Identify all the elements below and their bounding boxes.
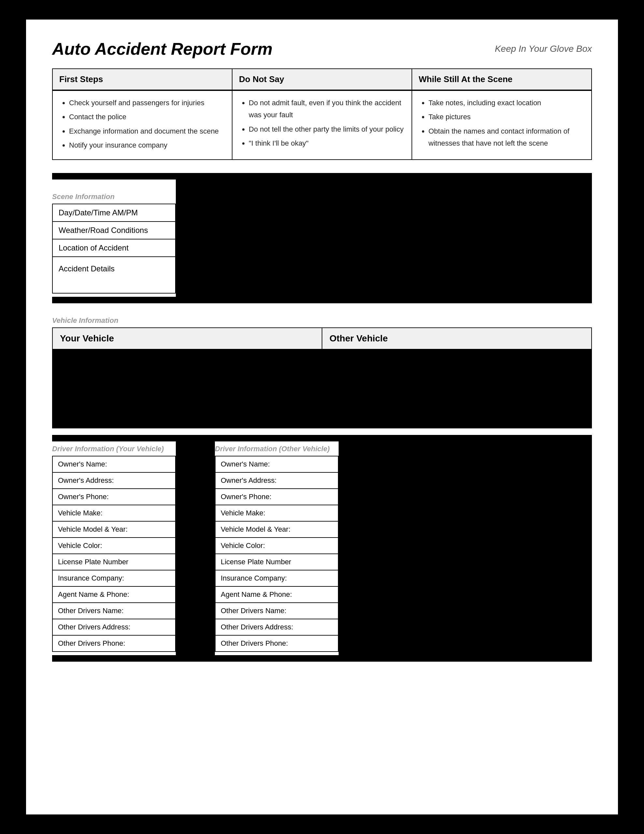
driver-info-right-black [352,441,592,655]
scene-section: Scene Information Day/Date/Time AM/PM We… [52,173,592,303]
table-row: License Plate Number [215,554,338,570]
your-driver-info-label: Driver Information (Your Vehicle) [52,445,176,453]
page-title: Auto Accident Report Form [52,39,273,59]
page-header: Auto Accident Report Form Keep In Your G… [52,39,592,59]
table-row: Vehicle Color: [52,538,176,554]
vehicle-color-label[interactable]: Vehicle Color: [52,538,176,554]
table-row: Insurance Company: [52,570,176,587]
vehicle-section-wrapper: Vehicle Information [52,303,592,325]
table-row: Weather/Road Conditions [52,221,176,239]
other-license-plate-label[interactable]: License Plate Number [215,554,338,570]
other-vehicle-header: Other Vehicle [322,328,592,349]
owner-phone-label[interactable]: Owner's Phone: [52,489,176,505]
other-agent-name-phone-label[interactable]: Agent Name & Phone: [215,587,338,603]
your-vehicle-driver-col: Driver Information (Your Vehicle) Owner'… [52,441,176,655]
first-step-3: Exchange information and document the sc… [69,125,224,137]
table-row: Owner's Phone: [215,489,338,505]
at-scene-3: Obtain the names and contact information… [428,125,584,150]
first-step-2: Contact the police [69,111,224,123]
other-insurance-company-label[interactable]: Insurance Company: [215,570,338,587]
other-vehicle-driver-col: Driver Information (Other Vehicle) Owner… [215,441,339,655]
do-not-say-2: Do not tell the other party the limits o… [249,123,404,135]
table-row: Owner's Name: [215,456,338,472]
first-step-4: Notify your insurance company [69,139,224,151]
owner-address-label[interactable]: Owner's Address: [52,472,176,489]
scene-fields-table: Day/Date/Time AM/PM Weather/Road Conditi… [52,204,176,294]
location-accident-label[interactable]: Location of Accident [52,239,176,257]
vehicle-body-table [52,349,592,428]
table-row: Location of Accident [52,239,176,257]
scene-black-area [176,179,592,297]
driver-info-middle-gap [189,441,202,655]
other-owner-phone-label[interactable]: Owner's Phone: [215,489,338,505]
first-step-1: Check yourself and passengers for injuri… [69,97,224,109]
other-vehicle-color-label[interactable]: Vehicle Color: [215,538,338,554]
first-steps-content: Check yourself and passengers for injuri… [52,91,232,160]
table-row: Vehicle Color: [215,538,338,554]
table-row: Insurance Company: [215,570,338,587]
other-owner-address-label[interactable]: Owner's Address: [215,472,338,489]
other-other-drivers-address-label[interactable]: Other Drivers Address: [215,619,338,635]
table-row: Day/Date/Time AM/PM [52,204,176,221]
driver-info-section: Driver Information (Your Vehicle) Owner'… [52,435,592,662]
table-row: Owner's Address: [215,472,338,489]
other-vehicle-model-year-label[interactable]: Vehicle Model & Year: [215,521,338,538]
other-vehicle-drawing-cell [322,350,592,428]
scene-labels-wrapper: Scene Information Day/Date/Time AM/PM We… [52,179,176,297]
table-row: Vehicle Make: [52,505,176,521]
do-not-say-1: Do not admit fault, even if you think th… [249,97,404,121]
vehicle-make-label[interactable]: Vehicle Make: [52,505,176,521]
table-row: Vehicle Make: [215,505,338,521]
vehicle-section-label: Vehicle Information [52,316,592,325]
other-other-drivers-name-label[interactable]: Other Drivers Name: [215,603,338,619]
table-row: Other Drivers Name: [52,603,176,619]
accident-details-label[interactable]: Accident Details [52,257,176,293]
your-vehicle-header: Your Vehicle [52,328,322,349]
table-row: Other Drivers Phone: [215,635,338,651]
table-row: Other Drivers Address: [52,619,176,635]
table-row: Owner's Name: [52,456,176,472]
at-scene-content: Take notes, including exact location Tak… [412,91,592,160]
table-row: Other Drivers Address: [215,619,338,635]
your-vehicle-drawing [60,356,315,421]
table-row: Owner's Address: [52,472,176,489]
col-do-not-say: Do Not Say [232,69,412,90]
your-driver-fields-table: Owner's Name: Owner's Address: Owner's P… [52,456,176,652]
table-row: Other Drivers Phone: [52,635,176,651]
other-owner-name-label[interactable]: Owner's Name: [215,456,338,472]
at-scene-1: Take notes, including exact location [428,97,584,109]
table-row: Vehicle Model & Year: [215,521,338,538]
other-driver-info-label: Driver Information (Other Vehicle) [215,445,339,453]
your-vehicle-drawing-cell [52,350,322,428]
owner-name-label[interactable]: Owner's Name: [52,456,176,472]
agent-name-phone-label[interactable]: Agent Name & Phone: [52,587,176,603]
scene-section-label: Scene Information [52,192,176,201]
other-vehicle-make-label[interactable]: Vehicle Make: [215,505,338,521]
three-col-header: First Steps Do Not Say While Still At th… [52,68,592,90]
table-row: Accident Details [52,257,176,293]
do-not-say-3: "I think I'll be okay" [249,137,404,149]
three-col-body: Check yourself and passengers for injuri… [52,90,592,160]
col-at-scene: While Still At the Scene [412,69,592,90]
col-first-steps: First Steps [52,69,232,90]
vehicle-model-year-label[interactable]: Vehicle Model & Year: [52,521,176,538]
other-drivers-name-label[interactable]: Other Drivers Name: [52,603,176,619]
other-drivers-phone-label[interactable]: Other Drivers Phone: [52,635,176,651]
table-row: Other Drivers Name: [215,603,338,619]
vehicle-header-table: Your Vehicle Other Vehicle [52,327,592,349]
day-date-time-label[interactable]: Day/Date/Time AM/PM [52,204,176,221]
insurance-company-label[interactable]: Insurance Company: [52,570,176,587]
table-row: Agent Name & Phone: [215,587,338,603]
table-row: Vehicle Model & Year: [52,521,176,538]
table-row: Agent Name & Phone: [52,587,176,603]
do-not-say-content: Do not admit fault, even if you think th… [232,91,412,160]
table-row: License Plate Number [52,554,176,570]
weather-road-label[interactable]: Weather/Road Conditions [52,221,176,239]
header-subtitle: Keep In Your Glove Box [495,39,592,54]
other-vehicle-drawing [329,356,584,421]
license-plate-label[interactable]: License Plate Number [52,554,176,570]
other-other-drivers-phone-label[interactable]: Other Drivers Phone: [215,635,338,651]
at-scene-2: Take pictures [428,111,584,123]
other-drivers-address-label[interactable]: Other Drivers Address: [52,619,176,635]
table-row: Owner's Phone: [52,489,176,505]
